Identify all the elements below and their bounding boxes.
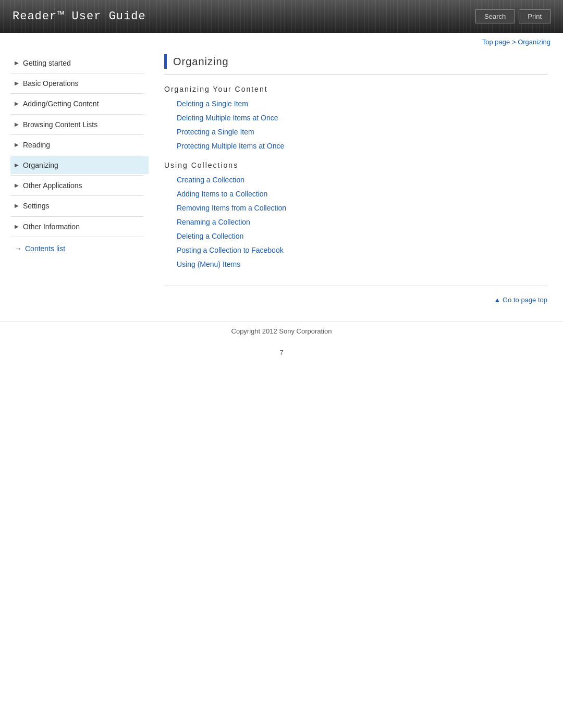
link-delete-single[interactable]: Deleting a Single Item xyxy=(177,98,547,109)
sidebar: ▶ Getting started ▶ Basic Operations ▶ A… xyxy=(0,54,149,318)
link-delete-multiple[interactable]: Deleting Multiple Items at Once xyxy=(177,113,547,124)
sidebar-divider xyxy=(10,93,143,94)
section-links-collections: Creating a Collection Adding Items to a … xyxy=(164,175,547,270)
section-title-using-collections: Using Collections xyxy=(164,161,547,169)
sidebar-divider xyxy=(10,73,143,73)
sidebar-item-label: Getting started xyxy=(23,58,71,68)
app-title: Reader™ User Guide xyxy=(13,10,146,23)
section-links-organizing: Deleting a Single Item Deleting Multiple… xyxy=(164,98,547,152)
sidebar-divider xyxy=(10,237,143,237)
sidebar-divider xyxy=(10,195,143,196)
header: Reader™ User Guide Search Print xyxy=(0,0,563,33)
sidebar-divider xyxy=(10,134,143,135)
chevron-right-icon: ▶ xyxy=(15,182,19,189)
sidebar-divider xyxy=(10,216,143,217)
sidebar-item-label: Other Information xyxy=(23,222,80,231)
chevron-right-icon: ▶ xyxy=(15,202,19,209)
sidebar-item-label: Settings xyxy=(23,201,50,211)
go-to-top-row: ▲ Go to page top xyxy=(164,291,547,308)
copyright: Copyright 2012 Sony Corporation xyxy=(0,322,563,338)
link-add-items[interactable]: Adding Items to a Collection xyxy=(177,189,547,200)
chevron-right-icon: ▶ xyxy=(15,59,19,66)
sidebar-item-basic-operations[interactable]: ▶ Basic Operations xyxy=(10,75,149,92)
section-organizing-your-content: Organizing Your Content Deleting a Singl… xyxy=(164,85,547,152)
sidebar-divider xyxy=(10,175,143,176)
sidebar-item-settings[interactable]: ▶ Settings xyxy=(10,197,149,215)
page-title-row: Organizing xyxy=(164,54,547,75)
sidebar-item-other-information[interactable]: ▶ Other Information xyxy=(10,218,149,236)
chevron-right-icon: ▶ xyxy=(15,162,19,168)
sidebar-item-browsing-content-lists[interactable]: ▶ Browsing Content Lists xyxy=(10,116,149,133)
sidebar-item-label: Basic Operations xyxy=(23,79,79,88)
sidebar-item-label: Reading xyxy=(23,140,50,150)
link-protect-multiple[interactable]: Protecting Multiple Items at Once xyxy=(177,141,547,152)
chevron-right-icon: ▶ xyxy=(15,100,19,107)
header-buttons: Search Print xyxy=(475,9,550,23)
sidebar-item-adding-getting-content[interactable]: ▶ Adding/Getting Content xyxy=(10,95,149,113)
breadcrumb: Top page > Organizing xyxy=(0,33,563,49)
sidebar-divider xyxy=(10,114,143,115)
go-to-top-link[interactable]: ▲ Go to page top xyxy=(494,296,548,304)
search-button[interactable]: Search xyxy=(475,9,515,23)
sidebar-item-label: Other Applications xyxy=(23,181,82,190)
sidebar-item-label: Organizing xyxy=(23,161,58,170)
link-using-menu-items[interactable]: Using (Menu) Items xyxy=(177,259,547,270)
sidebar-item-getting-started[interactable]: ▶ Getting started xyxy=(10,54,149,72)
arrow-right-icon: → xyxy=(15,244,22,253)
sidebar-item-other-applications[interactable]: ▶ Other Applications xyxy=(10,177,149,194)
chevron-right-icon: ▶ xyxy=(15,141,19,148)
page-footer: ▲ Go to page top xyxy=(164,286,547,308)
content-area: Organizing Organizing Your Content Delet… xyxy=(149,54,563,318)
main-layout: ▶ Getting started ▶ Basic Operations ▶ A… xyxy=(0,49,563,318)
link-rename-collection[interactable]: Renaming a Collection xyxy=(177,217,547,228)
contents-list-row: → Contents list xyxy=(10,238,149,257)
contents-list-link[interactable]: Contents list xyxy=(25,244,65,253)
print-button[interactable]: Print xyxy=(519,9,550,23)
breadcrumb-top-page[interactable]: Top page > Organizing xyxy=(482,38,550,46)
page-title-bar xyxy=(164,54,167,69)
chevron-right-icon: ▶ xyxy=(15,223,19,230)
link-protect-single[interactable]: Protecting a Single Item xyxy=(177,127,547,138)
link-post-facebook[interactable]: Posting a Collection to Facebook xyxy=(177,245,547,256)
sidebar-item-label: Browsing Content Lists xyxy=(23,120,97,129)
link-remove-items[interactable]: Removing Items from a Collection xyxy=(177,203,547,214)
chevron-right-icon: ▶ xyxy=(15,80,19,87)
link-delete-collection[interactable]: Deleting a Collection xyxy=(177,231,547,242)
section-title-organizing-your-content: Organizing Your Content xyxy=(164,85,547,93)
link-create-collection[interactable]: Creating a Collection xyxy=(177,175,547,186)
chevron-right-icon: ▶ xyxy=(15,121,19,128)
page-title: Organizing xyxy=(173,56,229,68)
sidebar-divider xyxy=(10,155,143,155)
sidebar-item-label: Adding/Getting Content xyxy=(23,99,99,108)
sidebar-item-reading[interactable]: ▶ Reading xyxy=(10,136,149,154)
sidebar-item-organizing[interactable]: ▶ Organizing xyxy=(10,156,149,174)
page-number: 7 xyxy=(0,338,563,362)
section-using-collections: Using Collections Creating a Collection … xyxy=(164,161,547,270)
